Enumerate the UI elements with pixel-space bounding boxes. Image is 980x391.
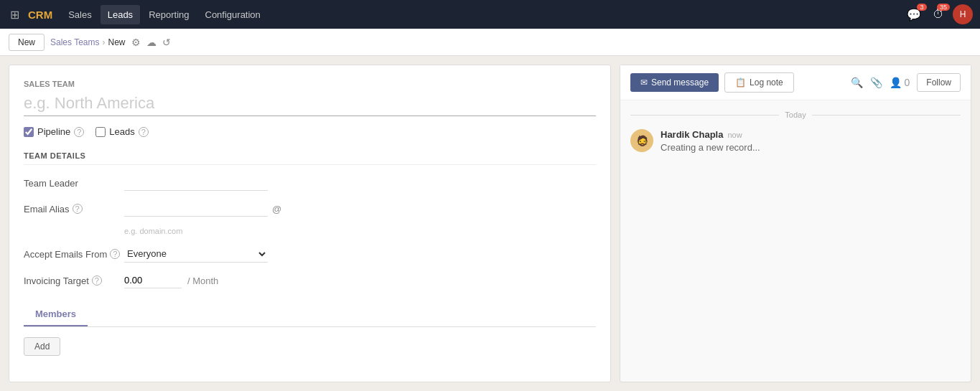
chatter-toolbar: ✉ Send message 📋 Log note 🔍 📎 👤 0 Follow [620,65,971,100]
add-button[interactable]: Add [24,337,60,356]
invoicing-unit: / Month [187,275,218,286]
chatter-actions-right: 🔍 📎 👤 0 Follow [851,73,961,92]
nav-leads[interactable]: Leads [101,5,140,24]
send-message-button[interactable]: ✉ Send message [630,73,719,92]
toolbar-icons: ⚙ ☁ ↺ [131,37,171,48]
pipeline-checkbox[interactable] [24,127,34,137]
section-title: TEAM DETAILS [24,151,596,165]
leads-label: Leads [109,126,134,137]
navbar-menu: Sales Leads Reporting Configuration [61,5,268,24]
clock-icon[interactable]: ⏱ 35 [930,5,947,24]
pipeline-label: Pipeline [37,126,70,137]
pipeline-help-icon[interactable]: ? [74,127,84,137]
leads-checkbox-item: Leads ? [95,126,148,137]
envelope-icon: ✉ [640,77,648,88]
accept-emails-value: Everyone [124,245,596,263]
breadcrumb-parent[interactable]: Sales Teams [50,37,99,47]
attachment-icon[interactable]: 📎 [870,77,882,88]
followers-icon[interactable]: 👤 0 [890,77,910,88]
domain-hint: e.g. domain.com [124,227,596,235]
sales-team-input[interactable] [24,91,596,116]
navbar-right: 💬 3 ⏱ 35 H [904,4,973,24]
team-leader-input[interactable] [124,175,268,191]
log-note-button[interactable]: 📋 Log note [724,72,794,93]
team-leader-label: Team Leader [24,178,124,189]
chat-avatar: 🧔 [630,129,653,152]
user-avatar[interactable]: H [953,4,973,24]
email-alias-input-row: @ [124,201,281,217]
nav-sales[interactable]: Sales [61,5,99,24]
accept-emails-row: Accept Emails From ? Everyone [24,245,596,263]
new-button[interactable]: New [9,34,45,51]
cloud-icon[interactable]: ☁ [146,37,157,48]
note-icon: 📋 [735,77,746,88]
messages-badge: 3 [917,4,927,11]
invoicing-target-label: Invoicing Target ? [24,275,124,286]
chat-message: 🧔 Hardik Chapla now Creating a new recor… [630,129,961,153]
messages-icon[interactable]: 💬 3 [904,5,924,24]
apps-icon[interactable]: ⊞ [7,5,22,24]
invoicing-target-row: Invoicing Target ? / Month [24,273,596,288]
form-area: Sales Team Pipeline ? Leads ? TEAM DETAI… [9,65,611,382]
breadcrumb-separator: › [103,37,106,47]
chat-content: Hardik Chapla now Creating a new record.… [661,129,961,153]
team-leader-value [124,175,596,191]
chatter-area: ✉ Send message 📋 Log note 🔍 📎 👤 0 Follow… [620,65,971,382]
leads-help-icon[interactable]: ? [139,127,149,137]
checkboxes-row: Pipeline ? Leads ? [24,126,596,137]
clock-badge: 35 [937,4,950,11]
brand-label: CRM [28,9,52,21]
refresh-icon[interactable]: ↺ [162,37,171,48]
chat-author: Hardik Chapla [661,129,723,140]
email-alias-row: Email Alias ? @ [24,201,596,217]
tabs-row: Members [24,303,596,327]
accept-emails-label: Accept Emails From ? [24,249,124,260]
main-layout: Sales Team Pipeline ? Leads ? TEAM DETAI… [0,56,980,391]
team-leader-row: Team Leader [24,175,596,191]
chat-time: now [727,131,742,139]
invoicing-help-icon[interactable]: ? [92,275,102,286]
nav-configuration[interactable]: Configuration [198,5,268,24]
sales-team-label: Sales Team [24,80,596,88]
email-alias-help-icon[interactable]: ? [73,204,83,214]
nav-reporting[interactable]: Reporting [141,5,196,24]
breadcrumb-current: New [108,37,126,47]
email-alias-input[interactable] [124,201,268,217]
today-divider: Today [630,110,961,119]
leads-checkbox[interactable] [95,127,106,137]
at-symbol: @ [272,204,281,215]
invoicing-row: / Month [124,273,218,288]
breadcrumb: Sales Teams › New [50,37,126,47]
accept-emails-help-icon[interactable]: ? [110,249,120,259]
tab-members[interactable]: Members [24,303,88,326]
follow-button[interactable]: Follow [917,73,961,92]
action-bar: New Sales Teams › New ⚙ ☁ ↺ [0,29,980,56]
chat-text: Creating a new record... [661,142,961,153]
invoicing-input[interactable] [124,273,182,288]
chatter-body: Today 🧔 Hardik Chapla now Creating a new… [620,100,971,382]
navbar: ⊞ CRM Sales Leads Reporting Configuratio… [0,0,980,29]
email-alias-label: Email Alias ? [24,204,124,215]
search-icon[interactable]: 🔍 [851,77,863,88]
accept-emails-select[interactable]: Everyone [124,245,268,263]
gear-icon[interactable]: ⚙ [131,37,141,48]
pipeline-checkbox-item: Pipeline ? [24,126,84,137]
chat-header: Hardik Chapla now [661,129,961,140]
